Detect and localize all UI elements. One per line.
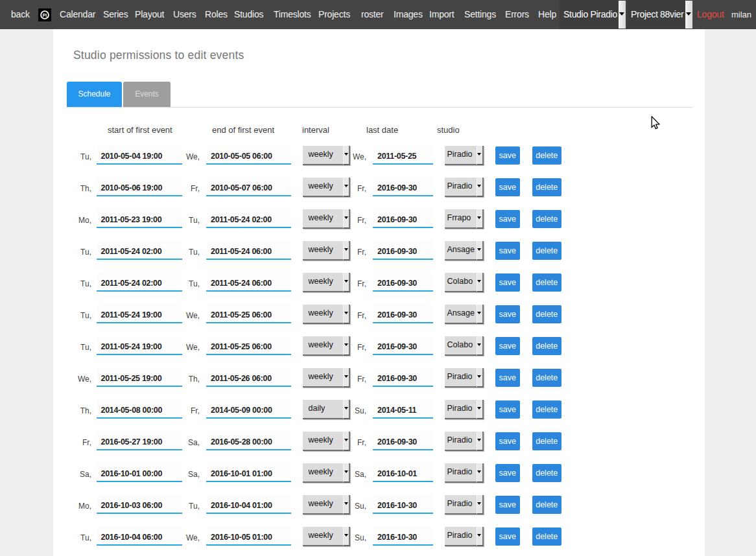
svg-text:PI: PI [43,13,47,17]
